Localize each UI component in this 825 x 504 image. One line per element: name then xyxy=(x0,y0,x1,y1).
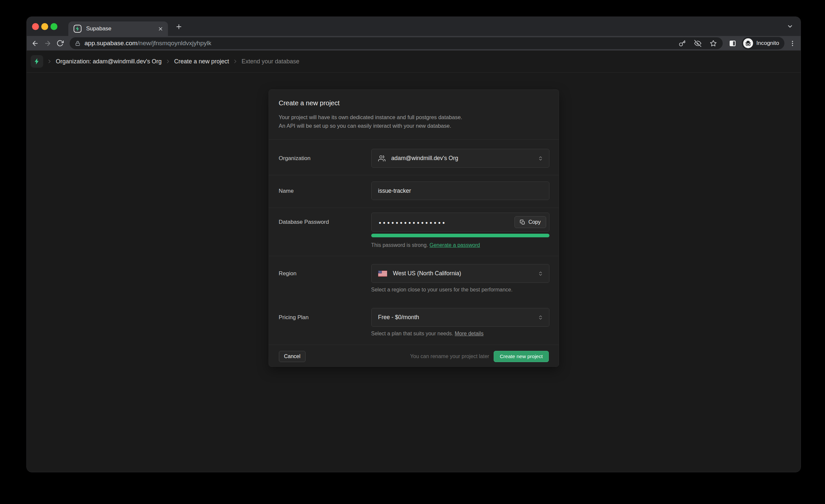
tab-strip: Supabase xyxy=(27,17,801,36)
organization-value: adam@windmill.dev's Org xyxy=(391,155,458,162)
us-flag-icon xyxy=(378,271,387,277)
password-strength-text: This password is strong. Generate a pass… xyxy=(371,241,549,249)
organization-label: Organization xyxy=(279,149,371,168)
description-line-2: An API will be set up so you can easily … xyxy=(279,122,549,130)
minimize-window-button[interactable] xyxy=(41,23,48,30)
pricing-value: Free - $0/month xyxy=(378,314,420,321)
password-masked-value: ●●●●●●●●●●●●●●●● xyxy=(379,219,447,225)
card-footer: Cancel You can rename your project later… xyxy=(269,345,559,366)
users-icon xyxy=(378,155,385,162)
create-new-project-button[interactable]: Create new project xyxy=(494,351,548,362)
chevron-updown-icon xyxy=(538,315,543,320)
project-name-input[interactable] xyxy=(371,182,549,200)
organization-select[interactable]: adam@windmill.dev's Org xyxy=(371,149,549,168)
url-domain: app.supabase.com xyxy=(84,40,138,47)
incognito-icon xyxy=(743,38,753,48)
url-path: /new/jfnsmqoynldvxjyhpylk xyxy=(138,40,212,47)
password-label: Database Password xyxy=(279,213,371,249)
side-panel-icon[interactable] xyxy=(729,39,737,47)
pricing-row: Pricing Plan Free - $0/month Select a pl… xyxy=(269,293,559,345)
breadcrumb-item-create-project[interactable]: Create a new project xyxy=(174,58,229,65)
password-strength-bar xyxy=(371,234,549,237)
back-icon[interactable] xyxy=(29,37,41,50)
region-helper-text: Select a region close to your users for … xyxy=(371,286,549,293)
traffic-lights xyxy=(27,17,57,36)
zoom-window-button[interactable] xyxy=(51,23,57,30)
browser-toolbar: app.supabase.com/new/jfnsmqoynldvxjyhpyl… xyxy=(27,36,801,51)
pricing-label: Pricing Plan xyxy=(279,308,371,337)
supabase-page: Organization: adam@windmill.dev's Org Cr… xyxy=(27,51,801,472)
copy-icon xyxy=(520,219,525,225)
page-title: Create a new project xyxy=(279,98,549,107)
region-label: Region xyxy=(279,264,371,293)
tab-title: Supabase xyxy=(86,25,111,32)
name-label: Name xyxy=(279,182,371,200)
breadcrumb: Organization: adam@windmill.dev's Org Cr… xyxy=(27,51,801,73)
supabase-favicon-icon xyxy=(73,24,82,33)
region-row: Region xyxy=(269,256,559,293)
rename-note: You can rename your project later xyxy=(410,354,490,359)
eye-off-icon[interactable] xyxy=(694,40,701,47)
page-content: Create a new project Your project will h… xyxy=(27,73,801,472)
new-tab-button[interactable] xyxy=(173,21,184,32)
password-key-icon[interactable] xyxy=(679,40,686,47)
browser-window: Supabase xyxy=(26,16,801,472)
desktop-background: Supabase xyxy=(0,0,825,504)
breadcrumb-item-extend-database: Extend your database xyxy=(241,58,299,65)
incognito-badge: Incognito xyxy=(742,37,784,50)
copy-button[interactable]: Copy xyxy=(515,216,546,228)
incognito-label: Incognito xyxy=(756,40,779,47)
cancel-button[interactable]: Cancel xyxy=(279,351,306,362)
browser-tab-supabase[interactable]: Supabase xyxy=(68,21,168,36)
region-select[interactable]: West US (North California) xyxy=(371,264,549,283)
organization-row: Organization adam@windmill.dev's Org xyxy=(269,140,559,175)
card-description: Your project will have its own dedicated… xyxy=(279,113,549,130)
url-text: app.supabase.com/new/jfnsmqoynldvxjyhpyl… xyxy=(84,40,211,47)
name-row: Name xyxy=(269,175,559,208)
chevron-updown-icon xyxy=(538,156,543,161)
bookmark-star-icon[interactable] xyxy=(710,40,717,47)
menu-dots-icon[interactable] xyxy=(789,40,796,47)
chevron-right-icon xyxy=(165,58,171,64)
tab-close-icon[interactable] xyxy=(158,26,163,32)
strength-message: This password is strong. xyxy=(371,242,428,248)
supabase-logo[interactable] xyxy=(31,55,43,68)
chevron-right-icon xyxy=(47,58,53,64)
address-bar[interactable]: app.supabase.com/new/jfnsmqoynldvxjyhpyl… xyxy=(70,37,723,49)
lock-icon xyxy=(75,41,80,46)
pricing-helper-message: Select a plan that suits your needs. xyxy=(371,331,453,336)
breadcrumb-item-organization[interactable]: Organization: adam@windmill.dev's Org xyxy=(56,58,162,65)
reload-icon[interactable] xyxy=(54,37,66,50)
description-line-1: Your project will have its own dedicated… xyxy=(279,113,549,122)
region-value: West US (North California) xyxy=(393,270,461,277)
create-project-card: Create a new project Your project will h… xyxy=(269,89,559,367)
password-row: Database Password ●●●●●●●●●●●●●●●● Copy xyxy=(269,208,559,256)
pricing-select[interactable]: Free - $0/month xyxy=(371,308,549,327)
card-header: Create a new project Your project will h… xyxy=(269,90,559,140)
chevron-updown-icon xyxy=(538,271,543,276)
more-details-link[interactable]: More details xyxy=(455,331,483,336)
tab-search-chevron-icon[interactable] xyxy=(787,23,793,30)
chevron-right-icon xyxy=(232,58,238,64)
password-input[interactable]: ●●●●●●●●●●●●●●●● Copy xyxy=(371,213,549,232)
forward-icon[interactable] xyxy=(41,37,54,50)
copy-button-label: Copy xyxy=(528,219,540,225)
close-window-button[interactable] xyxy=(32,23,39,30)
pricing-helper-text: Select a plan that suits your needs. Mor… xyxy=(371,330,549,337)
generate-password-link[interactable]: Generate a password xyxy=(429,242,480,248)
